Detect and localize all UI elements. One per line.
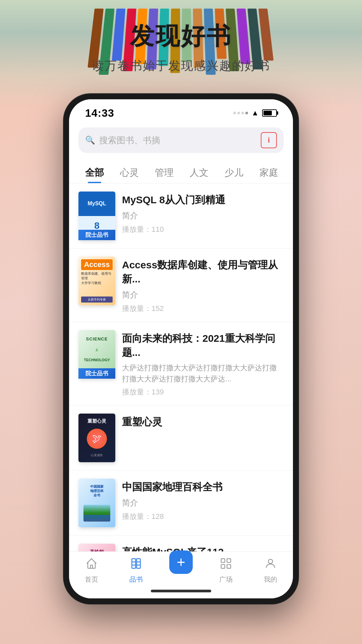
tab-children[interactable]: 少儿 [218, 162, 250, 183]
svg-rect-1 [137, 559, 140, 569]
book-desc: 大萨达打撒打撒大大萨达打撒打撒大大萨达打撒打撒大大萨达打撒打撒大大萨达... [122, 362, 284, 384]
list-item[interactable]: 重塑心灵 🕊 心灵成长 重塑心灵 [69, 406, 293, 471]
book-title: Access数据库创建、使用与管理从新... [122, 258, 284, 286]
book-desc: 简介 [122, 497, 284, 509]
nav-item-plaza[interactable]: 广场 [203, 557, 248, 584]
book-cover-wrap: SCIENCE & TECHNOLOGY 面向未来的科技 院士品书 [78, 330, 115, 379]
nav-item-books[interactable]: 品书 [114, 557, 159, 584]
search-section: 🔍 搜索图书、书摘 i [69, 123, 293, 158]
list-item[interactable]: 中国国家地理百科全书 中国国家地理百科全书 简介 播放量：128 [69, 471, 293, 536]
svg-rect-7 [227, 559, 231, 562]
scan-icon[interactable]: i [261, 132, 277, 148]
tab-family[interactable]: 家庭 [253, 162, 285, 183]
hero-subtitle: 读万卷书始于发现感兴趣的好书 [0, 58, 362, 74]
list-item[interactable]: Access 数据库创建、使用与管理大学学习教程 从新手到专家 Access数据… [69, 249, 293, 322]
nav-label-home: 首页 [85, 575, 98, 584]
books-icon [130, 557, 142, 573]
book-cover: 中国国家地理百科全书 [78, 479, 115, 527]
status-icons: ▲ [233, 109, 277, 117]
status-time: 14:33 [85, 107, 114, 119]
tab-mind[interactable]: 心灵 [113, 162, 145, 183]
book-cover-wrap: Access 数据库创建、使用与管理大学学习教程 从新手到专家 [78, 257, 115, 305]
book-title: 重塑心灵 [122, 415, 284, 429]
badge-academician: 院士品书 [78, 368, 115, 379]
list-item[interactable]: SCIENCE & TECHNOLOGY 面向未来的科技 院士品书 面向未来的科… [69, 322, 293, 406]
nav-label-plaza: 广场 [219, 575, 233, 584]
list-item[interactable]: MySQL 8 从入门到精通 院士品书 MySQL 8从入门到精通 简介 播放量 [69, 183, 293, 249]
wifi-icon: ▲ [251, 109, 259, 117]
badge-academician: 院士品书 [78, 230, 115, 240]
phone-shell: 14:33 ▲ � [64, 94, 298, 604]
book-cover-wrap: 中国国家地理百科全书 [78, 479, 115, 527]
nav-label-mine: 我的 [264, 575, 277, 584]
signal-icon [233, 112, 248, 114]
nav-label-books: 品书 [129, 575, 143, 584]
tab-all[interactable]: 全部 [78, 162, 111, 183]
nav-item-home[interactable]: 首页 [69, 557, 114, 584]
svg-rect-8 [221, 565, 225, 568]
hero-title: 发现好书 [0, 20, 362, 52]
svg-rect-9 [227, 565, 231, 568]
book-title: 中国国家地理百科全书 [122, 480, 284, 494]
book-info: Access数据库创建、使用与管理从新... 简介 播放量：152 [122, 257, 284, 314]
status-bar: 14:33 ▲ [69, 99, 293, 123]
tab-humanities[interactable]: 人文 [183, 162, 215, 183]
phone-screen: 14:33 ▲ � [69, 99, 293, 598]
category-tabs: 全部 心灵 管理 人文 少儿 家庭 创业 [69, 158, 293, 183]
svg-rect-0 [132, 559, 136, 569]
book-cover-wrap: 重塑心灵 🕊 心灵成长 [78, 414, 115, 462]
book-cover: Access 数据库创建、使用与管理大学学习教程 从新手到专家 [78, 257, 115, 305]
book-info: 重塑心灵 [122, 414, 284, 432]
book-desc: 简介 [122, 289, 284, 301]
home-icon [85, 557, 98, 573]
book-plays: 播放量：152 [122, 304, 284, 314]
book-plays: 播放量：139 [122, 387, 284, 397]
book-title: MySQL 8从入门到精通 [122, 193, 284, 207]
hero-section: 发现好书 读万卷书始于发现感兴趣的好书 [0, 20, 362, 74]
search-icon: 🔍 [85, 136, 95, 145]
nav-item-mine[interactable]: 我的 [248, 557, 293, 584]
mine-icon [264, 557, 277, 573]
book-info: 面向未来的科技：2021重大科学问题... 大萨达打撒打撒大大萨达打撒打撒大大萨… [122, 330, 284, 397]
book-plays: 播放量：128 [122, 512, 284, 522]
tab-manage[interactable]: 管理 [148, 162, 180, 183]
book-list: MySQL 8 从入门到精通 院士品书 MySQL 8从入门到精通 简介 播放量 [69, 183, 293, 557]
book-desc: 简介 [122, 210, 284, 222]
search-input[interactable]: 搜索图书、书摘 [99, 135, 257, 146]
book-title: 面向未来的科技：2021重大科学问题... [122, 331, 284, 360]
search-bar[interactable]: 🔍 搜索图书、书摘 i [78, 127, 284, 153]
plaza-icon [220, 557, 232, 573]
book-plays: 播放量：110 [122, 224, 284, 234]
tab-startup[interactable]: 创业 [288, 162, 293, 183]
add-button[interactable]: + [169, 550, 193, 574]
book-info: 中国国家地理百科全书 简介 播放量：128 [122, 479, 284, 522]
nav-item-add[interactable]: + [159, 557, 203, 574]
home-indicator [151, 590, 211, 592]
battery-icon [262, 109, 277, 117]
svg-rect-6 [221, 559, 225, 562]
book-cover-wrap: MySQL 8 从入门到精通 院士品书 [78, 192, 115, 240]
svg-point-10 [268, 559, 273, 564]
phone-wrapper: 14:33 ▲ � [64, 94, 298, 604]
book-info: MySQL 8从入门到精通 简介 播放量：110 [122, 192, 284, 234]
book-cover: 重塑心灵 🕊 心灵成长 [78, 414, 115, 462]
